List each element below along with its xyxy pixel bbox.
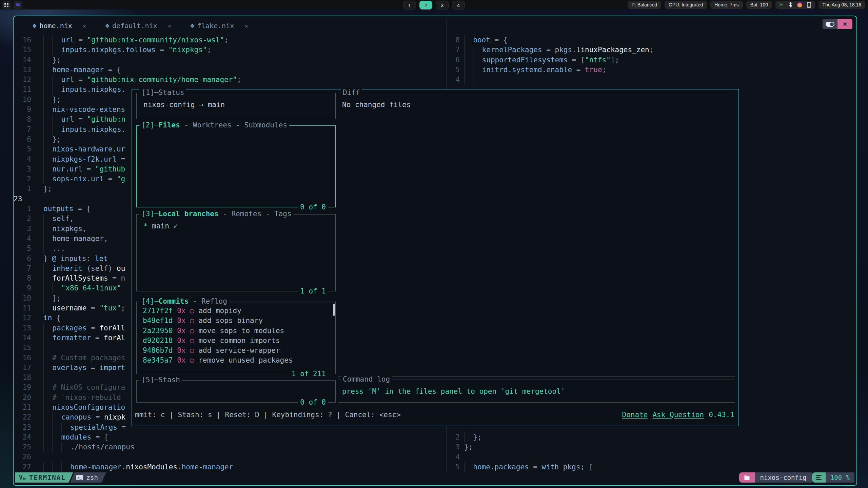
commit-hash: 2717f2f [143, 307, 173, 315]
lazygit-commits-panel[interactable]: [4]─Commits - Reflog 2717f2f 0x ○ add mo… [136, 302, 336, 374]
editor-right-pane-bottom[interactable]: 2 };3};45 home.packages = with pkgs; [ [446, 432, 593, 472]
folder-icon [744, 475, 750, 480]
bluetooth-icon[interactable] [789, 2, 792, 7]
lazygit-command-log-panel[interactable]: Command log press 'M' in the files panel… [338, 380, 735, 403]
lazygit-stash-panel[interactable]: [5]─Stash 0 of 0 [136, 380, 336, 403]
line-number: 15 [14, 343, 31, 353]
commit-row[interactable]: 2717f2f 0x ○ add mopidy [143, 306, 333, 316]
tab-default.nix[interactable]: ❄default.nix× [97, 19, 180, 33]
code-text: username = "tux"; [43, 304, 125, 312]
line-number: 25 [14, 442, 31, 452]
code-line: 8 boot = { [446, 35, 653, 45]
tab-close-icon[interactable]: × [83, 22, 86, 29]
panel-tab-Reflog[interactable]: Reflog [201, 297, 227, 305]
panel-tab-Status[interactable]: Status [159, 88, 184, 97]
panel-tab-Remotes[interactable]: Remotes [232, 210, 262, 218]
code-text: home.packages = with pkgs; [ [464, 463, 593, 471]
tab-home.nix[interactable]: ❄home.nix× [24, 19, 95, 33]
code-line: 3}; [446, 442, 593, 452]
phone-icon[interactable] [807, 2, 811, 8]
lazygit-diff-panel[interactable]: Diff No changed files [338, 93, 735, 377]
workspace-button-1[interactable]: 1 [403, 1, 416, 9]
line-number: 3 [14, 224, 31, 234]
grid-icon [4, 2, 9, 7]
line-number: 3 [14, 164, 31, 174]
tab-flake.nix[interactable]: ❄flake.nix× [181, 19, 257, 33]
indent-guide [52, 462, 61, 472]
launcher-app-icon[interactable]: $W [14, 1, 22, 9]
panel-tab-Stash[interactable]: Stash [159, 376, 180, 384]
repo-name: nixos-config [760, 474, 807, 481]
indent-guide [43, 303, 52, 313]
panel-tab-Tags[interactable]: Tags [274, 210, 292, 218]
lazygit-files-panel[interactable]: [2]─Files - Worktrees - Submodules 0 of … [136, 125, 336, 207]
app-menu-button[interactable] [2, 1, 11, 9]
line-number: 26 [14, 452, 31, 462]
line-number: 24 [14, 432, 31, 442]
line-number: 27 [14, 462, 31, 472]
editor-right-pane-top[interactable]: 8 boot = {7 kernelPackages = pkgs.linuxP… [446, 35, 653, 85]
workspace-button-2[interactable]: 2 [419, 1, 432, 9]
commit-row[interactable]: b49ef1d 0x ○ add sops binary [143, 316, 333, 326]
clock[interactable]: Thu Aug 08, 18:16 [818, 1, 865, 9]
line-number: 12 [14, 313, 31, 323]
tab-close-icon[interactable]: × [168, 22, 172, 29]
code-text: forAllSystems = n [43, 274, 125, 282]
lazygit-status-panel[interactable]: [1]─Status nixos-config → main [136, 93, 336, 119]
panel-tab-Submodules[interactable]: Submodules [244, 121, 287, 129]
code-text [43, 344, 52, 352]
code-text [464, 76, 482, 84]
commit-row[interactable]: d920218 0x ○ move common imports [143, 336, 333, 346]
code-text: }; [43, 56, 61, 64]
panel-tab-Worktrees[interactable]: Worktrees [193, 121, 232, 129]
link-donate[interactable]: Donate [622, 410, 648, 420]
workspace-button-4[interactable]: 4 [452, 1, 465, 9]
line-number: 15 [14, 45, 31, 55]
line-number: 8 [14, 115, 31, 124]
keybinding-hints: mmit: c | Stash: s | Reset: D | Keybindi… [135, 410, 401, 420]
indent-guide [52, 432, 61, 442]
code-text: canopus = nixpk [43, 413, 125, 421]
panel-tab-Commits[interactable]: Commits [159, 297, 189, 305]
link-ask-question[interactable]: Ask Question [652, 410, 704, 420]
code-text: inputs.nixpkgs.follows = "nixpkgs"; [43, 46, 211, 54]
commit-row[interactable]: 9486b7d 0x ○ add service-wrapper [143, 346, 333, 355]
line-number: 10 [14, 95, 31, 105]
line-number: 2 [14, 214, 31, 224]
commit-message: add service-wrapper [198, 346, 280, 354]
commit-row[interactable]: 2a23950 0x ○ move sops to modules [143, 326, 333, 336]
code-text: in { [43, 314, 61, 322]
scissors-icon[interactable]: ✂ [780, 2, 784, 8]
indent-guide [43, 135, 52, 144]
status-pill: Home: 7ms [710, 1, 743, 9]
stash-panel-title: [5]─Stash [139, 375, 182, 385]
line-number: 4 [14, 155, 31, 164]
commit-list: 2717f2f 0x ○ add mopidyb49ef1d 0x ○ add … [137, 302, 335, 366]
workspace-button-3[interactable]: 3 [436, 1, 449, 9]
indent-guide [43, 144, 52, 154]
tab-close-icon[interactable]: × [244, 22, 248, 29]
window-close-button[interactable]: × [837, 19, 852, 29]
tab-label: home.nix [39, 22, 72, 30]
command-log-title: Command log [341, 374, 392, 384]
nix-snowflake-icon: ❄ [105, 22, 109, 29]
panel-tab-Local branches[interactable]: Local branches [159, 210, 219, 218]
commit-circle-icon: ○ [185, 327, 198, 335]
lazygit-branches-panel[interactable]: [3]─Local branches - Remotes - Tags * ma… [136, 214, 336, 291]
indent-guide [43, 105, 52, 115]
commits-scrollbar[interactable] [333, 304, 335, 316]
commit-row[interactable]: 8e345a7 0x ○ remove unused packages [143, 355, 333, 365]
code-line: 15 inputs.nixpkgs.follows = "nixpkgs"; [14, 45, 241, 55]
code-text: }; [43, 96, 61, 104]
toggle-track [826, 22, 834, 27]
commit-message: move common imports [198, 337, 280, 345]
code-text: ... [43, 244, 65, 252]
lazygit-popup: [1]─Status nixos-config → main [2]─Files… [132, 89, 739, 426]
status-pills: P: BalancedGPU: IntegratedHome: 7msBat: … [628, 1, 772, 9]
panel-tab-Files[interactable]: Files [159, 121, 180, 129]
hotspot-icon[interactable] [797, 2, 802, 7]
pin-toggle[interactable] [823, 19, 837, 29]
commit-circle-icon: ○ [185, 317, 198, 325]
lazygit-keybinding-bar: mmit: c | Stash: s | Reset: D | Keybindi… [135, 410, 734, 420]
indent-guide [52, 75, 61, 85]
